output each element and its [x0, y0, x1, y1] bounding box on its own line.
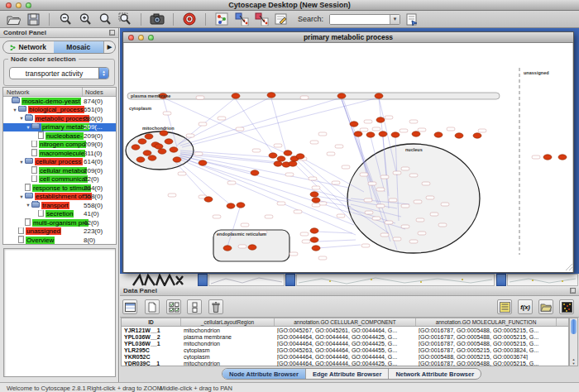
tree-row[interactable]: ▼cellular process614(0)	[3, 158, 116, 167]
tree-row-node-count: 22(0)	[84, 175, 99, 183]
float-panel-icon[interactable]	[109, 30, 115, 36]
node-label-chip	[400, 129, 408, 132]
save-session-icon[interactable]	[25, 12, 41, 26]
browser-tab-edge[interactable]: Edge Attribute Browser	[306, 369, 389, 379]
tab-network[interactable]: Network	[3, 41, 54, 53]
zoom-selected-icon[interactable]	[97, 12, 113, 26]
network-canvas[interactable]: plasma membranecytoplasmmitochondrionnuc…	[124, 43, 572, 272]
tree-row[interactable]: multi-organism pro42(0)	[3, 218, 116, 227]
tree-row[interactable]: ▼establishment of lo558(0)	[3, 193, 116, 202]
tree-row[interactable]: ▼biological_process651(0)	[3, 106, 116, 115]
expander-icon[interactable]: ▼	[18, 160, 25, 165]
node-label-chip	[337, 214, 345, 218]
attribute-list-icon[interactable]	[497, 299, 512, 314]
attribute-mapper-2-icon[interactable]	[253, 12, 270, 26]
zoom-fit-icon[interactable]	[117, 12, 133, 26]
plasma-membrane-region	[127, 93, 500, 99]
table-row[interactable]: YLR295Ccytoplasm[GO:0045263, GO:0044464,…	[122, 347, 568, 353]
node-label-chip	[186, 134, 194, 137]
network-node	[337, 93, 346, 98]
table-cell: [GO:0016787, GO:0005488, GO:0005215, G..…	[416, 361, 557, 366]
attribute-table-icon[interactable]	[122, 299, 137, 314]
open-file-icon[interactable]	[5, 12, 22, 26]
table-scrollbar[interactable]: ▲▼	[569, 318, 578, 366]
tab-overflow-arrow[interactable]: ▶	[103, 41, 115, 53]
new-attribute-icon[interactable]	[145, 299, 160, 314]
app-title-bar[interactable]: Cytoscape Desktop (New Session)	[0, 0, 579, 11]
unselect-attributes-icon[interactable]	[187, 299, 202, 314]
table-row[interactable]: YDR039C__1mitochondrion[GO:0044464, GO:0…	[122, 360, 568, 366]
expander-icon[interactable]: ▼	[12, 108, 18, 112]
network-graph[interactable]: plasma membranecytoplasmmitochondrionnuc…	[124, 43, 572, 272]
expander-icon[interactable]: ▼	[18, 194, 25, 199]
table-row[interactable]: YKR052Ccytoplasm[GO:0044464, GO:0044446,…	[122, 353, 568, 360]
tree-row[interactable]: ▼metabolic process280(0)	[3, 114, 116, 123]
table-row[interactable]: YJR121W__1mitochondrion[GO:0045267, GO:0…	[122, 327, 568, 333]
tree-row[interactable]: response to stimulu264(0)	[3, 184, 116, 193]
tree-row[interactable]: unassigned223(0)	[3, 227, 116, 237]
network-node	[310, 192, 318, 197]
background-window-titlebar[interactable]	[198, 274, 208, 286]
browser-tab-node[interactable]: Node Attribute Browser	[223, 369, 306, 379]
attribute-matrix-icon[interactable]	[559, 299, 574, 314]
attribute-browser-tabs: Node Attribute BrowserEdge Attribute Bro…	[222, 368, 481, 380]
delete-attribute-trash-icon[interactable]	[208, 299, 223, 314]
tab-mosaic[interactable]: Mosaic	[54, 41, 104, 53]
expander-icon[interactable]: ▼	[25, 203, 31, 208]
attribute-table-header[interactable]: ID _cellularLayoutRegion annotation.GO C…	[122, 318, 568, 327]
search-input[interactable]	[330, 15, 390, 24]
import-attributes-folder-icon[interactable]	[538, 299, 553, 314]
node-label-chip	[277, 202, 285, 205]
tree-row[interactable]: mosaic-demo-yeast874(0)	[3, 97, 116, 106]
tree-row[interactable]: Overview8(0)	[3, 236, 116, 245]
background-window-fragment[interactable]	[296, 274, 495, 286]
help-lifebuoy-icon[interactable]	[181, 12, 198, 26]
select-attributes-icon[interactable]	[166, 299, 181, 314]
annotation-icon[interactable]	[273, 12, 290, 26]
tree-row[interactable]: nucleobase-209(0)	[3, 131, 116, 141]
attribute-mapper-1-icon[interactable]	[233, 12, 250, 26]
file-icon	[31, 141, 37, 150]
function-builder-icon[interactable]: f(x)	[518, 299, 533, 314]
table-cell: mitochondrion	[181, 327, 275, 333]
tree-row[interactable]: secretion41(0)	[3, 210, 116, 219]
tree-header[interactable]: Network Nodes	[3, 88, 116, 97]
network-edge	[294, 164, 354, 223]
table-row[interactable]: YPL036W__2plasma membrane[GO:0044464, GO…	[122, 333, 568, 340]
tree-row[interactable]: ▼primary metabo209(...	[3, 123, 116, 132]
network-node	[455, 133, 463, 138]
network-node	[173, 157, 181, 162]
snapshot-camera-icon[interactable]	[149, 12, 165, 26]
expander-icon[interactable]: ▼	[18, 116, 25, 121]
node-label-chip	[365, 211, 373, 214]
network-desktop: primary metabolic process plasma membran…	[120, 28, 579, 286]
tree-row-node-count: 558(0)	[84, 193, 103, 200]
tree-row-label: cell communicat	[39, 175, 88, 183]
network-window-titlebar[interactable]: primary metabolic process	[123, 32, 573, 43]
tree-row[interactable]: cellular metabol209(0)	[3, 166, 116, 175]
tree-row[interactable]: ▼transport558(0)	[3, 201, 116, 210]
node-color-dropdown[interactable]: transporter activity ▲▼	[9, 67, 109, 79]
background-window-titlebar[interactable]	[285, 274, 295, 286]
tree-row[interactable]: macromolecule311(0)	[3, 149, 116, 158]
search-results-icon[interactable]	[404, 12, 420, 26]
background-window-fragment[interactable]	[208, 274, 285, 286]
table-cell: [GO:0045267, GO:0045261, GO:0044464, G..…	[275, 327, 416, 333]
tree-row[interactable]: cell communicat22(0)	[3, 175, 116, 184]
zoom-in-icon[interactable]	[77, 12, 93, 26]
tree-row[interactable]: nitrogen compo209(0)	[3, 141, 116, 150]
expander-icon[interactable]: ▼	[25, 125, 31, 130]
float-data-panel-icon[interactable]	[570, 288, 576, 294]
zoom-out-icon[interactable]	[57, 12, 74, 26]
browser-tab-network[interactable]: Network Attribute Browser	[389, 369, 481, 379]
background-window-fragment[interactable]	[507, 274, 578, 286]
network-node	[232, 93, 240, 98]
table-scrollbar-arrows[interactable]: ▲▼	[570, 357, 577, 366]
vizmapper-icon[interactable]	[213, 12, 230, 26]
table-cell: cytoplasm	[181, 354, 275, 360]
resize-grip	[569, 267, 572, 270]
table-scrollbar-thumb[interactable]	[571, 319, 577, 334]
search-dropdown-arrow[interactable]: ▼	[390, 15, 400, 24]
table-row[interactable]: YPL036W__1mitochondrion[GO:0044464, GO:0…	[122, 340, 568, 347]
background-window-titlebar[interactable]	[496, 274, 506, 286]
